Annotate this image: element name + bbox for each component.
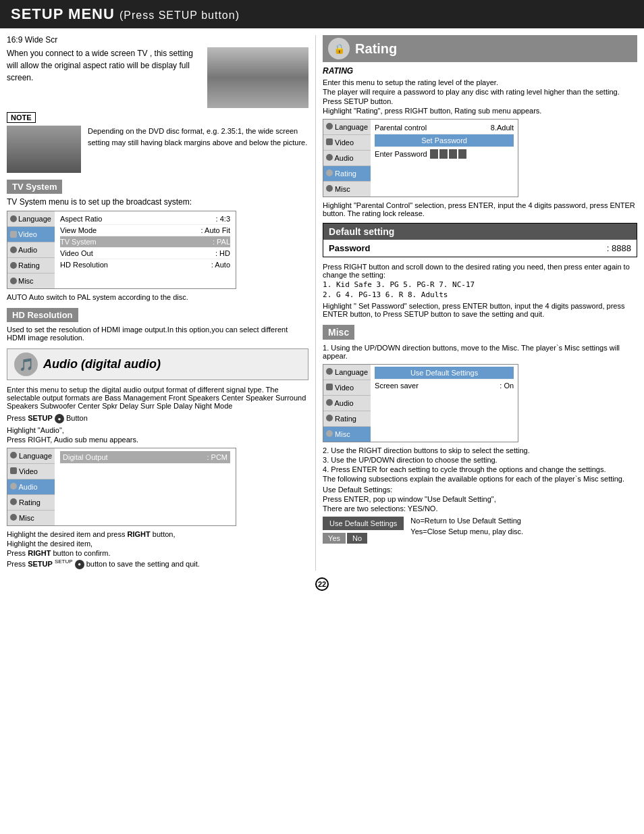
misc-menu: Language Video Audio Rating Misc Use Def… xyxy=(323,364,518,442)
aud-icon xyxy=(10,483,17,490)
misc-screen-saver-row: Screen saver : On xyxy=(375,380,514,392)
password-row: Password : 8888 xyxy=(329,243,631,253)
note-image xyxy=(7,126,81,173)
use-default-left: Use Default Settings Yes No xyxy=(323,517,404,544)
no-button[interactable]: No xyxy=(347,533,367,544)
misc-text1: 1. Using the UP/DOWN direction buttons, … xyxy=(323,344,637,360)
set-password-row: Set Password xyxy=(375,134,514,147)
enter-password-row: Enter Password xyxy=(375,147,514,161)
misc-screen-saver-label: Screen saver xyxy=(375,382,419,390)
audio-menu-content: Digital Output: PCM xyxy=(55,448,236,525)
parental-value: 8.Adult xyxy=(491,124,514,132)
misc-text3: 3. Use the UP/DOWN direction to choose t… xyxy=(323,456,637,464)
tv-setting-row-4: Video Out: HD xyxy=(60,248,230,259)
tv-menu-item-language: Language xyxy=(7,211,55,227)
audio-highlight: Highlight "Audio", xyxy=(7,426,308,434)
audio-menu-sidebar: Language Video Audio Rating Misc xyxy=(7,448,55,525)
page-number-section: 22 xyxy=(0,577,644,591)
default-setting-box: Default setting Password : 8888 xyxy=(323,223,637,257)
audio-press-right2: Press RIGHT button to confirm. xyxy=(7,549,308,557)
setup-superscript: SETUP xyxy=(55,558,73,565)
rating-header-title: Rating xyxy=(355,41,397,57)
header-title: SETUP MENU xyxy=(11,5,115,22)
setup-circle-icon: ● xyxy=(55,414,64,423)
misc-section-title: Misc xyxy=(323,325,354,340)
audio-press-setup: Press SETUP ● Button xyxy=(7,414,308,423)
tv-setting-row-5: HD Resolution: Auto xyxy=(60,259,230,270)
rating-menu: Language Video Audio Rating Misc Parenta… xyxy=(323,119,518,197)
rating-menu-aud: Audio xyxy=(323,151,371,166)
m-lang-icon xyxy=(326,368,333,375)
set-password-text: Highlight " Set Password" selection, pre… xyxy=(323,302,637,318)
audio-icon xyxy=(10,246,17,253)
audio-menu-audio: Audio xyxy=(7,479,55,495)
parental-label: Parental control xyxy=(375,124,427,132)
use-default-button[interactable]: Use Default Settings xyxy=(323,517,404,530)
audio-press-right: Press RIGHT, Audio sub menu appears. xyxy=(7,436,308,444)
right-label: RIGHT xyxy=(128,530,151,538)
m-aud-icon xyxy=(326,399,333,406)
left-column: 16:9 Wide Scr When you connect to a wide… xyxy=(7,35,315,571)
tv-menu-item-rating: Rating xyxy=(7,258,55,273)
hd-resolution-text: Used to set the resolution of HDMI image… xyxy=(7,325,308,342)
rating-press-right: Press RIGHT button and scroll down to th… xyxy=(323,263,637,279)
yes-button[interactable]: Yes xyxy=(323,533,346,544)
misc-text4: 4. Press ENTER for each setting to cycle… xyxy=(323,465,637,473)
page-number: 22 xyxy=(315,577,329,591)
rating-menu-sidebar: Language Video Audio Rating Misc xyxy=(323,120,371,197)
yes-close-text: Yes=Close Setup menu, play disc. xyxy=(410,527,523,536)
misc-two-selections: There are two selections: YES/NO. xyxy=(323,504,637,513)
audio-menu: Language Video Audio Rating Misc Digital… xyxy=(7,448,236,526)
rating-section-label: RATING xyxy=(323,66,637,76)
audio-menu-misc: Misc xyxy=(7,511,55,525)
password-blocks xyxy=(430,149,466,159)
rating-icon xyxy=(10,262,17,269)
note-label: NOTE xyxy=(7,112,36,123)
m-vid-icon xyxy=(326,384,333,390)
m-mis-icon xyxy=(326,430,333,437)
misc-press-enter: Press ENTER, pop up window "Use Default … xyxy=(323,495,637,503)
rat-icon xyxy=(10,498,17,505)
audio-press-setup2: Press SETUP SETUP ● button to save the s… xyxy=(7,558,308,569)
enter-password-label: Enter Password xyxy=(375,150,427,158)
audio-setup-label: SETUP xyxy=(28,414,53,422)
tv-menu-sidebar: Language Video Audio Rating xyxy=(7,211,55,288)
tv-setting-row-1: Aspect Ratio: 4:3 xyxy=(60,213,230,225)
language-icon xyxy=(10,215,17,222)
m-rat-icon xyxy=(326,415,333,421)
audio-menu-rating: Rating xyxy=(7,495,55,511)
tv-setting-row-2: View Mode: Auto Fit xyxy=(60,225,230,236)
note-section: NOTE xyxy=(7,112,308,126)
audio-digital-row: Digital Output: PCM xyxy=(60,451,230,463)
audio-section: 🎵 Audio (digital audio) xyxy=(7,348,308,380)
rating-menu-rat: Rating xyxy=(323,166,371,182)
misc-text5: The following subsections explain the av… xyxy=(323,475,637,483)
rating-text2: The player will require a password to pl… xyxy=(323,88,637,96)
rating-menu-lang: Language xyxy=(323,120,371,135)
misc-menu-lang: Language xyxy=(323,365,371,380)
rating-menu-vid: Video xyxy=(323,135,371,151)
misc-menu-content: Use Default Settings Screen saver : On xyxy=(371,365,518,442)
default-setting-header: Default setting xyxy=(323,224,637,240)
page-header: SETUP MENU (Press SETUP button) xyxy=(0,0,644,28)
password-label: Password xyxy=(329,243,370,253)
audio-highlight3: Highlight the desired item, xyxy=(7,540,308,548)
audio-title: Audio (digital audio) xyxy=(43,357,161,371)
tv-auto-text: AUTO Auto switch to PAL system according… xyxy=(7,293,308,301)
rating-text3: Press SETUP button. xyxy=(323,97,637,105)
audio-text: Enter this menu to setup the digital aud… xyxy=(7,386,308,410)
pw-block-2 xyxy=(439,149,448,159)
mis-icon xyxy=(10,514,17,521)
tv-menu-content: Aspect Ratio: 4:3 View Mode: Auto Fit TV… xyxy=(55,211,236,288)
misc-menu-aud: Audio xyxy=(323,396,371,411)
vid-icon xyxy=(10,467,17,474)
rating-text1: Enter this menu to setup the rating leve… xyxy=(323,78,637,86)
rating-list-1: 1. Kid Safe 3. PG 5. PG-R 7. NC-17 xyxy=(323,280,637,289)
audio-highlight2: Highlight the desired item and press RIG… xyxy=(7,530,308,538)
r-lang-icon xyxy=(326,123,333,130)
hd-resolution-title: HD Resolution xyxy=(7,308,78,322)
audio-menu-video: Video xyxy=(7,464,55,479)
right-column: 🔒 Rating RATING Enter this menu to setup… xyxy=(315,35,637,571)
pw-block-1 xyxy=(430,149,438,159)
widescreen-text: When you connect to a wide screen TV , t… xyxy=(7,47,194,108)
